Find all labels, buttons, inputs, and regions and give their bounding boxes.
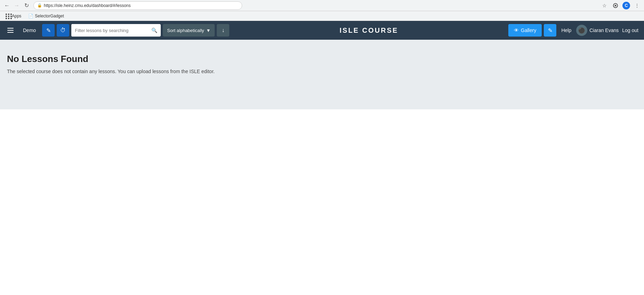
apps-label: Apps xyxy=(12,14,21,18)
url-text: https://isle.heinz.cmu.edu/dashboard/#/l… xyxy=(44,3,130,8)
forward-button[interactable]: → xyxy=(13,1,21,10)
apps-icon xyxy=(6,14,10,18)
browser-chrome: ← → ↻ 🔒 https://isle.heinz.cmu.edu/dashb… xyxy=(0,0,644,11)
username: Ciaran Evans xyxy=(589,28,619,33)
user-avatar-icon: ⚫ xyxy=(578,27,585,34)
sort-direction-button[interactable]: ↓ xyxy=(217,24,229,37)
no-lessons-description: The selected course does not contain any… xyxy=(7,69,637,74)
apps-bookmark[interactable]: Apps xyxy=(3,13,24,19)
selector-gadget-label: SelectorGadget xyxy=(35,14,64,18)
app-navbar: Demo ✎ ⏱ 🔍 Sort alphabetically ▼ ↓ ISLE … xyxy=(0,21,644,40)
svg-point-1 xyxy=(615,5,617,6)
user-section: ⚫ Ciaran Evans Log out xyxy=(576,25,640,36)
help-link[interactable]: Help xyxy=(558,28,574,33)
demo-button[interactable]: Demo xyxy=(19,25,40,35)
hamburger-line-2 xyxy=(7,30,14,31)
hamburger-button[interactable] xyxy=(4,24,17,37)
navbar-title: ISLE COURSE xyxy=(231,26,506,34)
hamburger-line-3 xyxy=(7,32,14,33)
chrome-extension-button[interactable] xyxy=(611,1,620,10)
address-bar[interactable]: 🔒 https://isle.heinz.cmu.edu/dashboard/#… xyxy=(33,1,242,10)
no-lessons-title: No Lessons Found xyxy=(7,54,637,64)
pencil-edit-button[interactable]: ✎ xyxy=(544,24,556,37)
search-button[interactable]: 🔍 xyxy=(148,24,161,37)
back-button[interactable]: ← xyxy=(3,1,11,10)
edit-icon: ✎ xyxy=(46,27,51,34)
star-button[interactable]: ☆ xyxy=(600,1,609,10)
sort-button[interactable]: Sort alphabetically ▼ xyxy=(163,24,215,37)
pencil-icon: ✎ xyxy=(548,27,552,34)
lock-icon: 🔒 xyxy=(37,3,42,8)
search-input[interactable] xyxy=(71,24,148,37)
reload-button[interactable]: ↻ xyxy=(22,1,31,10)
lower-content xyxy=(0,109,644,284)
browser-nav-buttons: ← → ↻ xyxy=(3,1,31,10)
logout-link[interactable]: Log out xyxy=(621,28,640,33)
edit-button[interactable]: ✎ xyxy=(42,24,55,37)
eye-icon: 👁 xyxy=(514,28,519,33)
sort-down-icon: ↓ xyxy=(222,27,224,33)
clock-button[interactable]: ⏱ xyxy=(57,24,69,37)
main-content: No Lessons Found The selected course doe… xyxy=(0,40,644,109)
clock-icon: ⏱ xyxy=(60,27,66,33)
page-icon: 📄 xyxy=(28,14,33,18)
gallery-label: Gallery xyxy=(521,28,536,33)
bookmarks-bar: Apps 📄 SelectorGadget xyxy=(0,11,644,21)
selector-gadget-bookmark[interactable]: 📄 SelectorGadget xyxy=(25,13,66,19)
hamburger-line-1 xyxy=(7,28,14,29)
search-container: 🔍 xyxy=(71,24,161,37)
sort-label: Sort alphabetically xyxy=(167,28,204,33)
sort-dropdown-icon: ▼ xyxy=(206,28,211,33)
gallery-button[interactable]: 👁 Gallery xyxy=(508,24,542,37)
chrome-menu-button[interactable]: ⋮ xyxy=(633,1,641,10)
browser-right-icons: ☆ C ⋮ xyxy=(600,1,641,10)
chrome-user-avatar[interactable]: C xyxy=(622,2,630,9)
search-icon: 🔍 xyxy=(151,28,157,33)
user-avatar: ⚫ xyxy=(576,25,587,36)
